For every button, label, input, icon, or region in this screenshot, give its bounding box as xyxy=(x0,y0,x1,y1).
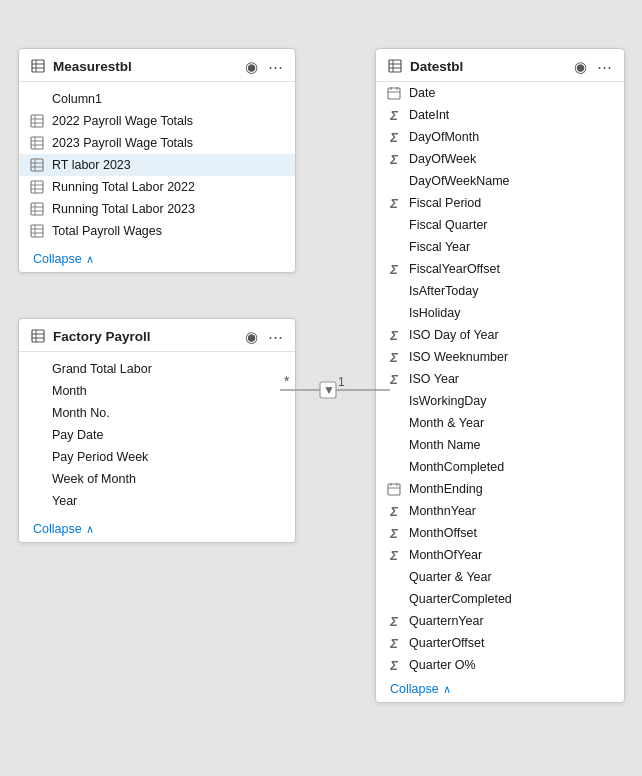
factorypayroll-collapse[interactable]: Collapse ∧ xyxy=(19,516,295,542)
field-label-d6: Fiscal Period xyxy=(409,196,481,210)
field-label-d26: QuarterOffset xyxy=(409,636,485,650)
measurestbl-field-f1[interactable]: 2022 Payroll Wage Totals xyxy=(19,110,295,132)
datestbl-field-d19[interactable]: MonthEnding xyxy=(376,478,624,500)
factorypayroll-field-fp5[interactable]: Pay Period Week xyxy=(19,446,295,468)
measurestbl-collapse[interactable]: Collapse ∧ xyxy=(19,246,295,272)
svg-rect-40 xyxy=(388,484,400,495)
field-label-d2: DateInt xyxy=(409,108,449,122)
datestbl-field-d23[interactable]: Quarter & Year xyxy=(376,566,624,588)
datestbl-table-icon xyxy=(386,57,404,75)
field-label-fp3: Month No. xyxy=(52,406,110,420)
svg-rect-28 xyxy=(32,330,44,342)
datestbl-field-d13[interactable]: Σ ISO Weeknumber xyxy=(376,346,624,368)
field-icon-d17 xyxy=(386,437,402,453)
datestbl-field-d6[interactable]: Σ Fiscal Period xyxy=(376,192,624,214)
measurestbl-field-f4[interactable]: Running Total Labor 2022 xyxy=(19,176,295,198)
svg-text:1: 1 xyxy=(338,375,345,389)
field-label-d13: ISO Weeknumber xyxy=(409,350,508,364)
svg-rect-0 xyxy=(32,60,44,72)
field-icon-d9: Σ xyxy=(386,261,402,277)
field-icon-d3: Σ xyxy=(386,129,402,145)
field-icon-col1 xyxy=(29,91,45,107)
field-icon-f3 xyxy=(29,157,45,173)
datestbl-field-d17[interactable]: Month Name xyxy=(376,434,624,456)
field-icon-d8 xyxy=(386,239,402,255)
field-label-d8: Fiscal Year xyxy=(409,240,470,254)
field-icon-fp1 xyxy=(29,361,45,377)
field-label-d17: Month Name xyxy=(409,438,481,452)
factorypayroll-field-fp3[interactable]: Month No. xyxy=(19,402,295,424)
datestbl-field-d11[interactable]: IsHoliday xyxy=(376,302,624,324)
datestbl-dots-btn[interactable]: ⋯ xyxy=(595,59,614,74)
field-icon-d2: Σ xyxy=(386,107,402,123)
datestbl-field-d15[interactable]: IsWorkingDay xyxy=(376,390,624,412)
svg-rect-48 xyxy=(320,382,336,398)
datestbl-field-d27[interactable]: Σ Quarter O% xyxy=(376,654,624,676)
field-label-d10: IsAfterToday xyxy=(409,284,478,298)
datestbl-field-d12[interactable]: Σ ISO Day of Year xyxy=(376,324,624,346)
field-icon-d14: Σ xyxy=(386,371,402,387)
datestbl-field-d3[interactable]: Σ DayOfMonth xyxy=(376,126,624,148)
field-icon-f4 xyxy=(29,179,45,195)
field-icon-d25: Σ xyxy=(386,613,402,629)
field-label-d7: Fiscal Quarter xyxy=(409,218,488,232)
svg-text:▼: ▼ xyxy=(323,383,335,397)
datestbl-collapse[interactable]: Collapse ∧ xyxy=(376,676,624,702)
field-icon-fp6 xyxy=(29,471,45,487)
field-label-f2: 2023 Payroll Wage Totals xyxy=(52,136,193,150)
datestbl-field-d1[interactable]: Date xyxy=(376,82,624,104)
measurestbl-field-col1[interactable]: Column1 xyxy=(19,88,295,110)
datestbl-field-d4[interactable]: Σ DayOfWeek xyxy=(376,148,624,170)
datestbl-field-d21[interactable]: Σ MonthOffset xyxy=(376,522,624,544)
measurestbl-card: Measurestbl ◉ ⋯ Column1 2022 Payroll Wag… xyxy=(18,48,296,273)
field-label-d18: MonthCompleted xyxy=(409,460,504,474)
measurestbl-dots-btn[interactable]: ⋯ xyxy=(266,59,285,74)
datestbl-field-d16[interactable]: Month & Year xyxy=(376,412,624,434)
datestbl-field-d2[interactable]: Σ DateInt xyxy=(376,104,624,126)
field-label-d4: DayOfWeek xyxy=(409,152,476,166)
field-label-f6: Total Payroll Wages xyxy=(52,224,162,238)
datestbl-field-d7[interactable]: Fiscal Quarter xyxy=(376,214,624,236)
measurestbl-eye-btn[interactable]: ◉ xyxy=(243,59,260,74)
field-label-d14: ISO Year xyxy=(409,372,459,386)
field-icon-d26: Σ xyxy=(386,635,402,651)
measurestbl-field-f2[interactable]: 2023 Payroll Wage Totals xyxy=(19,132,295,154)
datestbl-field-d5[interactable]: DayOfWeekName xyxy=(376,170,624,192)
factorypayroll-field-fp6[interactable]: Week of Month xyxy=(19,468,295,490)
factorypayroll-title: Factory Payroll xyxy=(53,329,237,344)
field-label-d23: Quarter & Year xyxy=(409,570,492,584)
field-label-f4: Running Total Labor 2022 xyxy=(52,180,195,194)
datestbl-field-d9[interactable]: Σ FiscalYearOffset xyxy=(376,258,624,280)
factorypayroll-dots-btn[interactable]: ⋯ xyxy=(266,329,285,344)
measurestbl-field-f3[interactable]: RT labor 2023 xyxy=(19,154,295,176)
field-label-d16: Month & Year xyxy=(409,416,484,430)
field-label-d24: QuarterCompleted xyxy=(409,592,512,606)
field-label-d9: FiscalYearOffset xyxy=(409,262,500,276)
datestbl-field-d10[interactable]: IsAfterToday xyxy=(376,280,624,302)
datestbl-field-d20[interactable]: Σ MonthnYear xyxy=(376,500,624,522)
field-label-fp6: Week of Month xyxy=(52,472,136,486)
datestbl-field-d24[interactable]: QuarterCompleted xyxy=(376,588,624,610)
field-icon-f5 xyxy=(29,201,45,217)
svg-rect-36 xyxy=(388,88,400,99)
datestbl-chevron-icon: ∧ xyxy=(443,683,451,696)
datestbl-field-d22[interactable]: Σ MonthOfYear xyxy=(376,544,624,566)
datestbl-field-d25[interactable]: Σ QuarternYear xyxy=(376,610,624,632)
field-icon-fp3 xyxy=(29,405,45,421)
datestbl-field-d18[interactable]: MonthCompleted xyxy=(376,456,624,478)
datestbl-field-d26[interactable]: Σ QuarterOffset xyxy=(376,632,624,654)
datestbl-field-d8[interactable]: Fiscal Year xyxy=(376,236,624,258)
datestbl-eye-btn[interactable]: ◉ xyxy=(572,59,589,74)
factorypayroll-field-fp4[interactable]: Pay Date xyxy=(19,424,295,446)
datestbl-title: Datestbl xyxy=(410,59,566,74)
measurestbl-field-f6[interactable]: Total Payroll Wages xyxy=(19,220,295,242)
factorypayroll-field-fp7[interactable]: Year xyxy=(19,490,295,512)
svg-rect-8 xyxy=(31,137,43,149)
factorypayroll-eye-btn[interactable]: ◉ xyxy=(243,329,260,344)
measurestbl-field-f5[interactable]: Running Total Labor 2023 xyxy=(19,198,295,220)
factorypayroll-field-fp2[interactable]: Month xyxy=(19,380,295,402)
field-label-col1: Column1 xyxy=(52,92,102,106)
field-icon-d12: Σ xyxy=(386,327,402,343)
datestbl-field-d14[interactable]: Σ ISO Year xyxy=(376,368,624,390)
factorypayroll-field-fp1[interactable]: Grand Total Labor xyxy=(19,358,295,380)
